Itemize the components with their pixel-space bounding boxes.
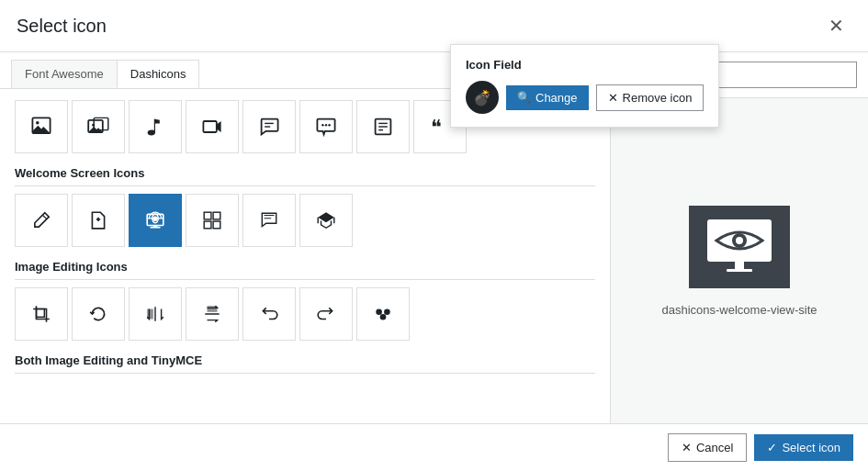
svg-rect-31 (208, 306, 218, 312)
icon-field-label: Icon Field (466, 58, 704, 72)
tab-font-awesome[interactable]: Font Awesome (11, 60, 118, 88)
icon-format-image[interactable] (15, 100, 68, 153)
svg-rect-39 (727, 269, 752, 272)
icon-edit[interactable] (15, 194, 68, 247)
welcome-screen-title: Welcome Screen Icons (15, 166, 595, 186)
x-icon: ✕ (608, 91, 618, 105)
dialog-body: Font Awesome Dashicons (0, 52, 868, 423)
svg-point-10 (328, 124, 330, 126)
svg-point-34 (380, 314, 387, 320)
preview-icon-box (689, 206, 790, 288)
preview-icon-name: dashicons-welcome-view-site (661, 303, 817, 317)
checkmark-icon: ✓ (767, 441, 777, 454)
tab-dashicons[interactable]: Dashicons (117, 60, 200, 88)
icon-learn-more[interactable] (299, 194, 353, 247)
icon-format-video[interactable] (186, 100, 239, 153)
svg-point-4 (92, 124, 95, 127)
dialog-title: Select icon (17, 16, 107, 37)
svg-rect-27 (204, 221, 211, 229)
svg-point-8 (321, 124, 323, 126)
icon-format-chat[interactable] (242, 100, 296, 153)
icon-widgets-menus[interactable] (186, 194, 239, 247)
svg-point-37 (736, 237, 743, 244)
icon-format-audio[interactable] (129, 100, 182, 153)
svg-text:❝: ❝ (431, 117, 442, 138)
icon-groups[interactable] (356, 287, 410, 341)
cancel-x-icon: ✕ (682, 441, 692, 454)
icon-redo[interactable] (299, 287, 353, 341)
icon-field-preview-symbol: 💣 (473, 89, 491, 107)
icon-field-preview-circle: 💣 (466, 81, 499, 114)
icons-scroll-area[interactable]: ❝ Welcome Screen Icons (0, 89, 610, 423)
search-icon: 🔍 (517, 91, 531, 104)
icon-rotate-left[interactable] (72, 287, 125, 341)
icon-undo[interactable] (242, 287, 296, 341)
icon-add-page[interactable] (72, 194, 125, 247)
icon-flip-vertical[interactable] (186, 287, 239, 341)
cancel-button[interactable]: ✕ Cancel (668, 433, 747, 462)
svg-rect-29 (37, 309, 45, 318)
svg-point-33 (384, 309, 390, 316)
remove-icon-button[interactable]: ✕ Remove icon (596, 84, 705, 111)
svg-point-22 (152, 217, 158, 222)
icon-view-site[interactable] (129, 194, 182, 247)
select-icon-button[interactable]: ✓ Select icon (754, 434, 853, 461)
svg-rect-5 (203, 121, 216, 132)
icon-format-text[interactable] (356, 100, 410, 153)
icon-format-gallery[interactable] (72, 100, 125, 153)
change-icon-button[interactable]: 🔍 Change (506, 85, 589, 110)
svg-rect-26 (213, 212, 220, 219)
icon-format-speech[interactable] (299, 100, 353, 153)
close-button[interactable]: ✕ (821, 13, 851, 39)
both-editing-title: Both Image Editing and TinyMCE (15, 353, 595, 374)
icon-field-controls: 💣 🔍 Change ✕ Remove icon (466, 81, 704, 114)
preview-icon-svg (703, 215, 776, 279)
icon-comments[interactable] (242, 194, 296, 247)
welcome-icons-grid (15, 194, 595, 247)
image-editing-grid (15, 287, 595, 341)
icon-field-popup: Icon Field 💣 🔍 Change ✕ Remove icon (450, 44, 719, 128)
icon-flip-horizontal[interactable] (129, 287, 182, 341)
icon-crop[interactable] (15, 287, 68, 341)
svg-rect-28 (213, 221, 220, 229)
dialog-header: Select icon ✕ (0, 0, 868, 52)
dialog-footer: ✕ Cancel ✓ Select icon (0, 423, 868, 471)
svg-line-16 (42, 215, 47, 219)
svg-point-1 (36, 121, 39, 125)
icon-preview-area: dashicons-welcome-view-site (611, 98, 868, 423)
svg-point-9 (325, 124, 327, 126)
svg-rect-38 (735, 262, 744, 269)
svg-rect-25 (204, 212, 211, 219)
svg-point-32 (376, 309, 382, 316)
image-editing-title: Image Editing Icons (15, 260, 595, 280)
svg-rect-30 (147, 309, 153, 320)
select-icon-dialog: Select icon ✕ Font Awesome Dashicons (0, 0, 868, 471)
